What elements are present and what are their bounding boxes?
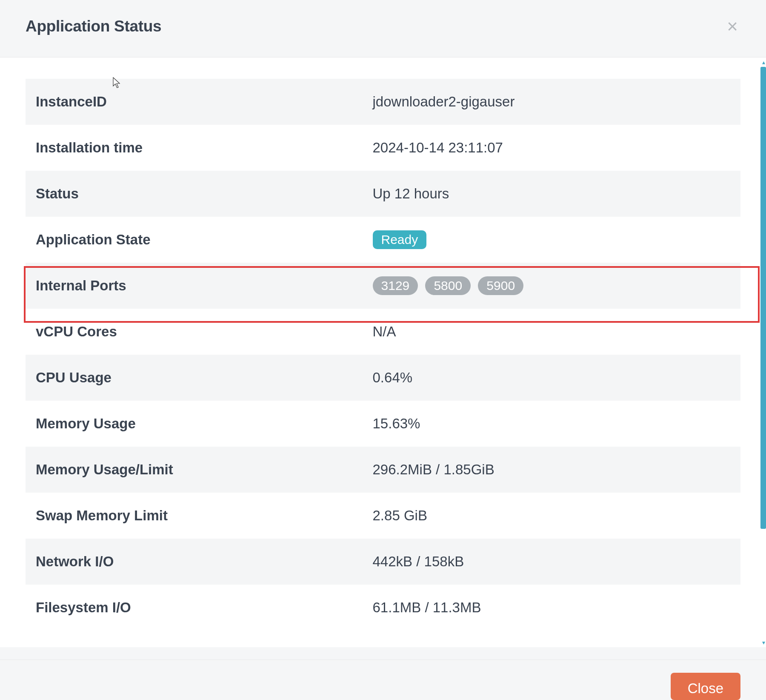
label-internal-ports: Internal Ports xyxy=(36,278,373,294)
modal-body-wrapper: InstanceID jdownloader2-gigauser Install… xyxy=(0,57,766,647)
scrollbar-thumb[interactable] xyxy=(760,67,766,529)
row-filesystem-io: Filesystem I/O 61.1MB / 11.3MB xyxy=(26,585,740,631)
value-filesystem-io: 61.1MB / 11.3MB xyxy=(373,600,730,616)
badge-ready: Ready xyxy=(373,230,427,249)
label-application-state: Application State xyxy=(36,232,373,248)
value-memory-usage: 15.63% xyxy=(373,416,730,432)
value-cpu-usage: 0.64% xyxy=(373,370,730,386)
close-button[interactable]: Close xyxy=(671,673,740,700)
row-cpu-usage: CPU Usage 0.64% xyxy=(26,355,740,401)
scrollbar[interactable]: ▴ ▾ xyxy=(760,57,766,647)
label-cpu-usage: CPU Usage xyxy=(36,370,373,386)
modal-footer: Close xyxy=(0,660,766,700)
value-internal-ports: 3129 5800 5900 xyxy=(373,276,730,295)
badge-port-2: 5900 xyxy=(478,276,523,295)
value-vcpu-cores: N/A xyxy=(373,324,730,340)
value-application-state: Ready xyxy=(373,230,730,249)
status-table: InstanceID jdownloader2-gigauser Install… xyxy=(26,79,740,631)
scroll-up-icon[interactable]: ▴ xyxy=(762,59,765,66)
value-network-io: 442kB / 158kB xyxy=(373,554,730,570)
row-vcpu-cores: vCPU Cores N/A xyxy=(26,309,740,355)
close-icon[interactable]: × xyxy=(724,17,740,36)
label-memory-usage-limit: Memory Usage/Limit xyxy=(36,462,373,478)
modal-body: InstanceID jdownloader2-gigauser Install… xyxy=(0,57,766,647)
row-application-state: Application State Ready xyxy=(26,217,740,263)
row-memory-usage: Memory Usage 15.63% xyxy=(26,401,740,447)
value-swap-memory-limit: 2.85 GiB xyxy=(373,508,730,524)
row-internal-ports: Internal Ports 3129 5800 5900 xyxy=(26,263,740,309)
badge-port-0: 3129 xyxy=(373,276,418,295)
value-status: Up 12 hours xyxy=(373,186,730,202)
row-installation-time: Installation time 2024-10-14 23:11:07 xyxy=(26,125,740,171)
row-network-io: Network I/O 442kB / 158kB xyxy=(26,539,740,585)
value-memory-usage-limit: 296.2MiB / 1.85GiB xyxy=(373,462,730,478)
scroll-down-icon[interactable]: ▾ xyxy=(762,639,765,646)
label-status: Status xyxy=(36,186,373,202)
value-instance-id: jdownloader2-gigauser xyxy=(373,94,730,110)
label-memory-usage: Memory Usage xyxy=(36,416,373,432)
modal-title: Application Status xyxy=(26,17,161,35)
label-network-io: Network I/O xyxy=(36,554,373,570)
modal-header: Application Status × xyxy=(0,0,766,57)
badge-port-1: 5800 xyxy=(425,276,471,295)
value-installation-time: 2024-10-14 23:11:07 xyxy=(373,140,730,156)
row-memory-usage-limit: Memory Usage/Limit 296.2MiB / 1.85GiB xyxy=(26,447,740,493)
row-instance-id: InstanceID jdownloader2-gigauser xyxy=(26,79,740,125)
row-swap-memory-limit: Swap Memory Limit 2.85 GiB xyxy=(26,493,740,539)
label-instance-id: InstanceID xyxy=(36,94,373,110)
row-status: Status Up 12 hours xyxy=(26,171,740,217)
label-filesystem-io: Filesystem I/O xyxy=(36,600,373,616)
label-installation-time: Installation time xyxy=(36,140,373,156)
label-swap-memory-limit: Swap Memory Limit xyxy=(36,508,373,524)
label-vcpu-cores: vCPU Cores xyxy=(36,324,373,340)
